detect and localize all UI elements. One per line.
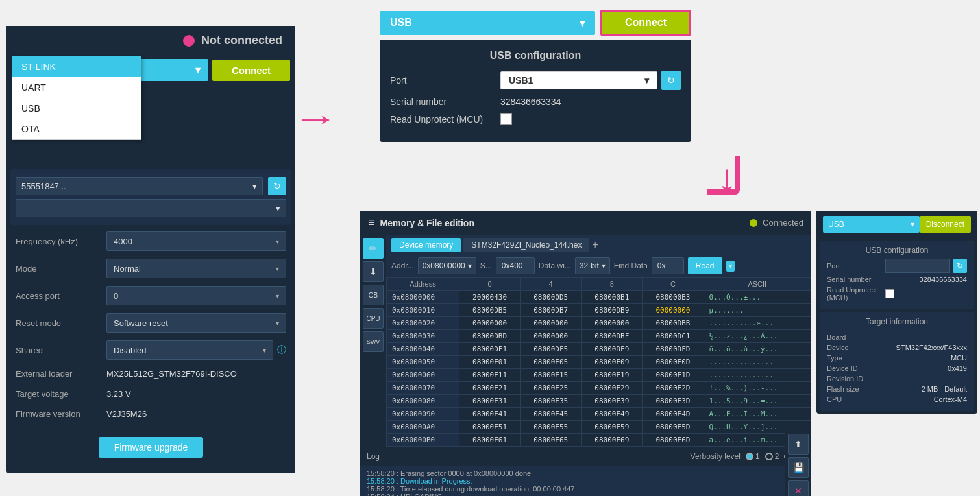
menu-item-stlink[interactable]: ST-LINK [12, 56, 141, 77]
reset-mode-dropdown[interactable]: Software reset ▾ [106, 313, 286, 333]
table-row: 0x08000000 20000430 080000D5 080000B1 08… [387, 291, 811, 304]
firmware-upgrade-button[interactable]: Firmware upgrade [99, 437, 204, 458]
connect-button[interactable]: Connect [212, 60, 290, 81]
cell-ascii: ½...z...¿...Á... [704, 330, 811, 343]
usb-unprotect-label: Read Unprotect (MCU) [390, 114, 494, 124]
status-dot [183, 35, 195, 47]
cpu-row: CPU Cortex-M4 [827, 396, 967, 403]
right-serial-value: 328436663334 [885, 276, 967, 283]
port-refresh-button[interactable]: ↻ [268, 177, 286, 195]
data-width-dropdown[interactable]: 32-bit ▾ [575, 257, 610, 274]
menu-item-uart[interactable]: UART [12, 77, 141, 98]
revision-id-row: Revision ID [827, 375, 967, 383]
cell-0: 00000000 [459, 317, 520, 330]
verbosity-1[interactable]: 1 [746, 452, 760, 461]
add-tab-button[interactable]: + [592, 239, 598, 251]
menu-item-usb[interactable]: USB [12, 98, 141, 119]
shared-caret: ▾ [263, 347, 266, 354]
swv-icon-btn[interactable]: SWV [363, 331, 384, 352]
port-dropdown[interactable]: 55551847... ▾ [16, 177, 263, 195]
usb-port-dropdown[interactable]: USB1 ▾ [500, 71, 657, 89]
usb-connect-button[interactable]: Connect [600, 10, 691, 36]
pencil-icon-btn[interactable]: ✏ [363, 238, 384, 259]
cell-8: 08000E19 [582, 369, 643, 382]
size-input[interactable] [496, 257, 535, 274]
right-header: USB ▾ Disconnect [816, 211, 977, 238]
cell-addr: 0x08000080 [387, 395, 459, 408]
download-icon-btn[interactable]: ⬇ [363, 261, 384, 282]
cell-c: 08000E6D [643, 434, 704, 447]
disconnect-button[interactable]: Disconnect [920, 216, 971, 233]
verbosity-2[interactable]: 2 [765, 452, 779, 461]
cell-c: 08000DC1 [643, 330, 704, 343]
cell-addr: 0x08000060 [387, 369, 459, 382]
cell-addr: 0x08000030 [387, 330, 459, 343]
col-header-4: 4 [521, 278, 582, 291]
access-port-dropdown[interactable]: 0 ▾ [106, 286, 286, 305]
hamburger-icon[interactable] [368, 216, 375, 230]
cell-addr: 0x08000010 [387, 304, 459, 317]
board-label: Board [827, 333, 879, 341]
menu-item-ota[interactable]: OTA [12, 119, 141, 139]
frequency-label: Frequency (kHz) [16, 237, 106, 246]
cell-0: 08000E51 [459, 421, 520, 434]
target-voltage-value: 3.23 V [106, 389, 131, 399]
tab-device-memory[interactable]: Device memory [391, 238, 461, 252]
cell-0: 08000E01 [459, 356, 520, 369]
cell-c: 08000E0D [643, 356, 704, 369]
cell-ascii: ............... [704, 369, 811, 382]
connection-dropdown-menu: ST-LINK UART USB OTA [12, 56, 141, 140]
log-close-icon[interactable]: ✕ [788, 480, 809, 496]
cell-0: 08000DB5 [459, 304, 520, 317]
access-port-label: Access port [16, 291, 106, 301]
addr-dropdown[interactable]: 0x08000000 ▾ [418, 257, 476, 274]
cell-4: 08000E05 [521, 356, 582, 369]
device-label: Device [827, 344, 879, 351]
target-voltage-row: Target voltage 3.23 V [6, 384, 295, 404]
device-value: STM32F42xxx/F43xxx [879, 344, 967, 351]
memory-top-row: ✏ ⬇ OB CPU SWV Device memory STM32F429ZI… [360, 235, 811, 447]
ob-icon-btn[interactable]: OB [363, 285, 384, 305]
right-usb-dropdown[interactable]: USB ▾ [823, 216, 920, 233]
right-port-input[interactable] [885, 259, 950, 273]
right-unprotect-checkbox[interactable] [885, 289, 894, 298]
usb-type-dropdown[interactable]: USB ▾ [380, 11, 595, 35]
cell-ascii: ñ...õ...ù...ý... [704, 343, 811, 356]
shared-dropdown[interactable]: Disabled ▾ [106, 340, 273, 360]
cell-8: 08000DBF [582, 330, 643, 343]
frequency-dropdown[interactable]: 4000 ▾ [106, 231, 286, 251]
table-row: 0x08000010 08000DB5 08000DB7 08000DB9 00… [387, 304, 811, 317]
cell-addr: 0x080000A0 [387, 421, 459, 434]
external-loader-row: External loader MX25L512G_STM32F769I-DIS… [6, 364, 295, 384]
cell-c: 08000E1D [643, 369, 704, 382]
right-port-refresh[interactable]: ↻ [953, 259, 967, 273]
log-line: 15:58:20 : Time elapsed during download … [367, 485, 805, 493]
port-dropdown2[interactable]: ▾ [16, 199, 286, 217]
reset-mode-caret: ▾ [276, 320, 279, 327]
cell-0: 08000DBD [459, 330, 520, 343]
log-upload-icon[interactable]: ⬆ [788, 434, 809, 455]
log-save-icon[interactable]: 💾 [788, 457, 809, 478]
type-row: Type MCU [827, 354, 967, 362]
usb-unprotect-checkbox[interactable] [500, 113, 512, 125]
memory-table-container: Address 0 4 8 C ASCII 0x08000000 2000043… [386, 277, 811, 447]
find-data-input[interactable] [652, 257, 684, 274]
arrow-curve-right [707, 156, 740, 195]
cell-4: 08000E25 [521, 382, 582, 395]
mode-dropdown[interactable]: Normal ▾ [106, 259, 286, 278]
table-row: 0x08000050 08000E01 08000E05 08000E09 08… [387, 356, 811, 369]
cell-8: 080000B1 [582, 291, 643, 304]
table-row: 0x08000040 08000DF1 08000DF5 08000DF9 08… [387, 343, 811, 356]
cpu-value: Cortex-M4 [879, 396, 967, 403]
log-section: Log Verbosity level 1 2 3 15:58:20 : Era… [360, 447, 811, 496]
cell-4: 08000DF5 [521, 343, 582, 356]
cell-ascii: µ....... [704, 304, 811, 317]
read-button[interactable]: Read [688, 257, 722, 274]
memory-title: Memory & File edition [380, 218, 474, 228]
table-row: 0x080000B0 08000E61 08000E65 08000E69 08… [387, 434, 811, 447]
cpu-icon-btn[interactable]: CPU [363, 308, 384, 329]
tab-hex-file[interactable]: STM32F429ZI_Nucleo_144.hex [463, 238, 589, 252]
cell-addr: 0x08000090 [387, 408, 459, 421]
verbosity-1-radio [746, 453, 753, 460]
usb-port-refresh-button[interactable]: ↻ [661, 71, 681, 90]
